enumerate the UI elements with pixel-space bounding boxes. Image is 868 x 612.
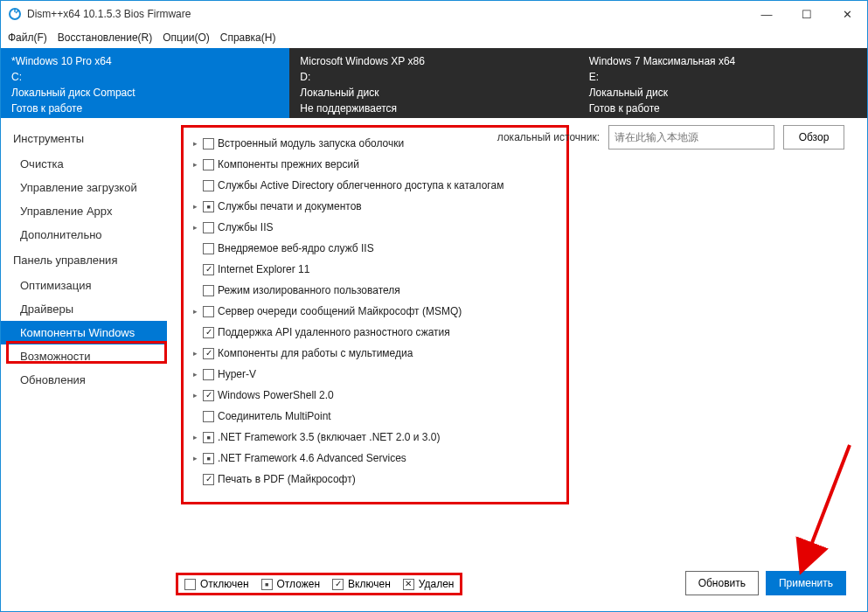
os-drive: C: xyxy=(11,69,279,85)
expander-icon[interactable]: ▸ xyxy=(191,223,199,232)
legend-defer-icon xyxy=(261,579,273,590)
expander-icon[interactable]: ▸ xyxy=(191,349,199,358)
sidebar-item-updates[interactable]: Обновления xyxy=(1,368,167,392)
source-label: локальный источник: xyxy=(497,131,600,143)
legend-off-label: Отключен xyxy=(200,578,249,590)
os-status: Не поддерживается xyxy=(300,101,567,116)
os-col-xp[interactable]: Microsoft Windows XP x86 D: Локальный ди… xyxy=(289,48,578,118)
apply-button[interactable]: Применить xyxy=(766,571,846,595)
os-status: Готов к работе xyxy=(589,101,857,116)
feature-checkbox[interactable] xyxy=(203,369,214,380)
feature-label: .NET Framework 4.6 Advanced Services xyxy=(218,452,406,464)
sidebar-item-appx[interactable]: Управление Appx xyxy=(1,199,167,223)
feature-row[interactable]: Поддержка API удаленного разностного сжа… xyxy=(187,322,563,343)
os-disk: Локальный диск Compact xyxy=(11,85,279,101)
feature-row[interactable]: ▸Компоненты прежних версий xyxy=(187,154,563,175)
feature-row[interactable]: ▸Hyper-V xyxy=(187,364,563,385)
feature-label: Встроенный модуль запуска оболочки xyxy=(218,137,404,150)
feature-checkbox[interactable] xyxy=(203,306,214,317)
feature-row[interactable]: ▸Службы печати и документов xyxy=(187,196,563,217)
os-col-win7[interactable]: Windows 7 Максимальная x64 E: Локальный … xyxy=(579,48,867,118)
feature-label: Внедряемое веб-ядро служб IIS xyxy=(218,242,374,254)
expander-icon[interactable]: ▸ xyxy=(191,454,199,462)
legend: Отключен Отложен Включен Удален xyxy=(177,574,461,594)
feature-checkbox[interactable] xyxy=(203,138,214,150)
expander-icon[interactable]: ▸ xyxy=(191,307,199,316)
feature-row[interactable]: ▸.NET Framework 4.6 Advanced Services xyxy=(187,448,563,469)
sidebar-item-cleanup[interactable]: Очистка xyxy=(1,152,167,176)
feature-label: Поддержка API удаленного разностного сжа… xyxy=(218,326,450,338)
feature-row[interactable]: ▸Компоненты для работы с мультимедиа xyxy=(187,343,563,364)
sidebar-item-drivers[interactable]: Драйверы xyxy=(1,297,167,321)
feature-label: Службы Active Directory облегченного дос… xyxy=(218,179,503,191)
feature-row[interactable]: ▸Windows PowerShell 2.0 xyxy=(187,385,563,406)
feature-row[interactable]: Internet Explorer 11 xyxy=(187,259,563,280)
feature-row[interactable]: Печать в PDF (Майкрософт) xyxy=(187,469,563,490)
sidebar: Инструменты Очистка Управление загрузкой… xyxy=(1,118,167,606)
feature-checkbox[interactable] xyxy=(203,348,214,359)
expander-icon[interactable]: ▸ xyxy=(191,433,199,442)
feature-label: Печать в PDF (Майкрософт) xyxy=(218,473,356,485)
feature-label: Компоненты прежних версий xyxy=(218,158,359,170)
close-button[interactable]: ✕ xyxy=(827,1,867,27)
feature-row[interactable]: Режим изолированного пользователя xyxy=(187,280,563,301)
feature-row[interactable]: Службы Active Directory облегченного дос… xyxy=(187,175,563,196)
main-panel: локальный источник: Обзор ▸Встроенный мо… xyxy=(167,118,867,606)
expander-icon[interactable]: ▸ xyxy=(191,202,199,211)
sidebar-item-boot[interactable]: Управление загрузкой xyxy=(1,176,167,199)
expander-icon[interactable]: ▸ xyxy=(191,139,199,148)
feature-row[interactable]: ▸Службы IIS xyxy=(187,217,563,238)
menubar: Файл(F) Восстановление(R) Опции(O) Справ… xyxy=(1,27,867,48)
feature-checkbox[interactable] xyxy=(203,285,214,296)
window-title: Dism++x64 10.1.5.3 Bios Firmware xyxy=(27,8,191,20)
minimize-button[interactable]: — xyxy=(746,1,787,27)
app-icon xyxy=(8,7,22,21)
sidebar-item-features[interactable]: Возможности xyxy=(1,344,167,368)
maximize-button[interactable]: ☐ xyxy=(787,1,827,27)
feature-label: Internet Explorer 11 xyxy=(218,263,309,275)
menu-restore[interactable]: Восстановление(R) xyxy=(58,31,152,44)
expander-icon[interactable]: ▸ xyxy=(191,160,199,169)
feature-checkbox[interactable] xyxy=(203,201,214,212)
sidebar-item-optimize[interactable]: Оптимизация xyxy=(1,274,167,297)
titlebar: Dism++x64 10.1.5.3 Bios Firmware — ☐ ✕ xyxy=(1,1,867,27)
feature-list[interactable]: ▸Встроенный модуль запуска оболочки▸Комп… xyxy=(183,127,567,503)
feature-row[interactable]: Соединитель MultiPoint xyxy=(187,406,563,427)
os-col-win10[interactable]: *Windows 10 Pro x64 C: Локальный диск Co… xyxy=(1,48,289,118)
feature-checkbox[interactable] xyxy=(203,159,214,170)
feature-checkbox[interactable] xyxy=(203,243,214,254)
feature-checkbox[interactable] xyxy=(203,180,214,191)
sidebar-item-components[interactable]: Компоненты Windows xyxy=(1,321,167,344)
feature-label: Hyper-V xyxy=(218,368,256,380)
refresh-button[interactable]: Обновить xyxy=(685,571,759,595)
sidebar-item-advanced[interactable]: Дополнительно xyxy=(1,223,167,247)
browse-button[interactable]: Обзор xyxy=(783,125,844,150)
expander-icon[interactable]: ▸ xyxy=(191,370,199,379)
os-name: *Windows 10 Pro x64 xyxy=(11,53,279,69)
feature-row[interactable]: ▸.NET Framework 3.5 (включает .NET 2.0 и… xyxy=(187,427,563,448)
feature-label: Режим изолированного пользователя xyxy=(218,284,400,296)
menu-file[interactable]: Файл(F) xyxy=(8,31,47,44)
feature-checkbox[interactable] xyxy=(203,390,214,401)
feature-label: .NET Framework 3.5 (включает .NET 2.0 и … xyxy=(218,431,441,443)
source-input[interactable] xyxy=(608,125,774,150)
menu-help[interactable]: Справка(H) xyxy=(220,31,276,44)
expander-icon[interactable]: ▸ xyxy=(191,391,199,400)
feature-checkbox[interactable] xyxy=(203,222,214,233)
feature-checkbox[interactable] xyxy=(203,411,214,422)
legend-off-icon xyxy=(184,579,196,590)
feature-row[interactable]: Внедряемое веб-ядро служб IIS xyxy=(187,238,563,259)
feature-checkbox[interactable] xyxy=(203,432,214,443)
feature-checkbox[interactable] xyxy=(203,264,214,275)
legend-on-label: Включен xyxy=(348,578,391,590)
feature-label: Компоненты для работы с мультимедиа xyxy=(218,347,413,359)
menu-options[interactable]: Опции(O) xyxy=(163,31,209,44)
sidebar-header-control: Панель управления xyxy=(1,247,167,274)
legend-defer-label: Отложен xyxy=(277,578,321,590)
feature-checkbox[interactable] xyxy=(203,474,214,485)
feature-checkbox[interactable] xyxy=(203,327,214,338)
feature-label: Службы печати и документов xyxy=(218,200,362,212)
feature-checkbox[interactable] xyxy=(203,453,214,464)
feature-row[interactable]: ▸Сервер очереди сообщений Майкрософт (MS… xyxy=(187,301,563,322)
os-name: Microsoft Windows XP x86 xyxy=(300,53,567,69)
